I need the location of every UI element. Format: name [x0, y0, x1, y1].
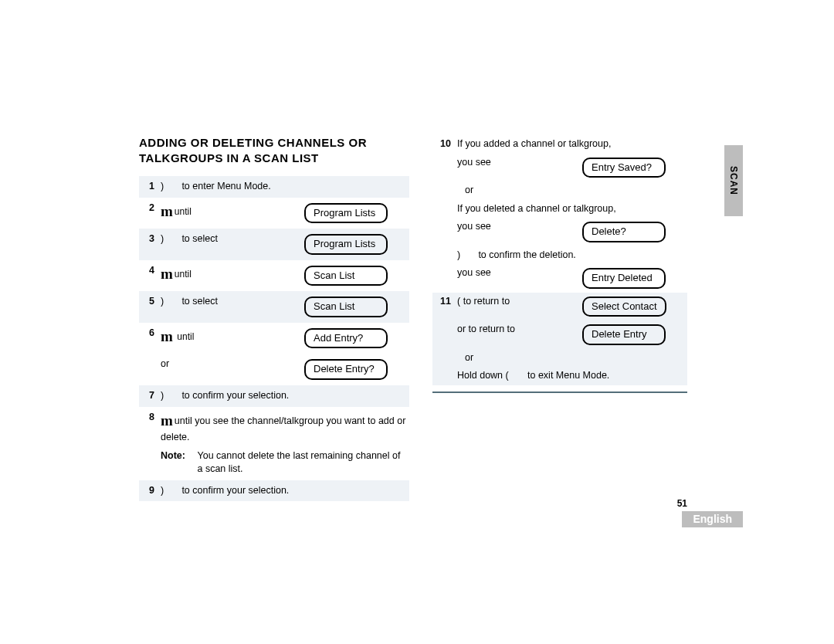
step-row: 7 ) to confirm your selection.: [139, 385, 409, 407]
step-text: ) to enter Menu Mode.: [158, 176, 409, 198]
step-row: you see Delete?: [432, 218, 687, 246]
display-pill: Add Entry?: [304, 328, 388, 349]
step-row: 3 ) to select Program Lists: [139, 229, 409, 260]
paren-icon: (: [457, 296, 460, 307]
step-number: 10: [432, 135, 454, 154]
paren-icon: ): [161, 484, 168, 498]
step-number: 3: [139, 229, 158, 260]
content-columns: ADDING OR DELETING CHANNELS OR TALKGROUP…: [139, 135, 687, 501]
step-text: muntil: [158, 198, 301, 229]
m-glyph-icon: m: [161, 327, 173, 347]
left-column: ADDING OR DELETING CHANNELS OR TALKGROUP…: [139, 135, 409, 501]
step-text: muntil you see the channel/talkgroup you…: [158, 407, 409, 480]
display-pill: Program Lists: [304, 234, 388, 255]
pill-cell: Program Lists: [301, 229, 409, 260]
step-row: 4 muntil Scan List: [139, 260, 409, 292]
step-row: 11 ( to return to Select Contact: [432, 293, 687, 321]
or-text: or: [454, 181, 579, 200]
step-row: or Delete Entry?: [139, 354, 409, 385]
pill-cell: Scan List: [301, 291, 409, 323]
m-glyph-icon: m: [161, 411, 173, 432]
display-pill: Delete Entry: [582, 324, 666, 345]
step-number: 4: [139, 260, 158, 292]
paren-icon: ): [161, 232, 168, 246]
right-column: 10 If you added a channel or talkgroup, …: [432, 135, 687, 393]
m-glyph-icon: m: [161, 264, 173, 285]
side-tab-scan: SCAN: [724, 145, 743, 216]
m-glyph-icon: m: [161, 202, 173, 222]
step-row: you see Entry Saved?: [432, 154, 687, 182]
step-text: Hold down ( to exit Menu Mode.: [454, 367, 687, 385]
step-number: 7: [139, 385, 158, 407]
step-row: or: [432, 181, 687, 200]
step-row: ) to confirm the deletion.: [432, 246, 687, 265]
display-pill: Program Lists: [304, 203, 388, 224]
side-tab-label: SCAN: [728, 166, 739, 195]
step-number: 11: [432, 293, 454, 321]
display-pill: Entry Deleted: [582, 268, 666, 289]
step-number: 5: [139, 291, 158, 323]
step-number: 8: [139, 407, 158, 480]
step-row: If you deleted a channel or talkgroup,: [432, 200, 687, 219]
pill-cell: Program Lists: [301, 198, 409, 229]
step-row: 5 ) to select Scan List: [139, 291, 409, 323]
step-text: If you deleted a channel or talkgroup,: [454, 200, 687, 219]
step-row: 10 If you added a channel or talkgroup,: [432, 135, 687, 154]
step-row: 1 ) to enter Menu Mode.: [139, 176, 409, 198]
left-steps-table: 1 ) to enter Menu Mode. 2 muntil Program…: [139, 176, 409, 501]
step-text: If you added a channel or talkgroup,: [454, 135, 687, 154]
or-text: or: [454, 349, 579, 368]
manual-page: ADDING OR DELETING CHANNELS OR TALKGROUP…: [0, 0, 834, 644]
pill-cell: Scan List: [301, 260, 409, 292]
step-text: ) to select: [158, 291, 301, 323]
step-row: 2 muntil Program Lists: [139, 198, 409, 229]
pill-cell: Delete Entry?: [301, 354, 409, 385]
language-tab: English: [682, 511, 743, 527]
section-heading: ADDING OR DELETING CHANNELS OR TALKGROUP…: [139, 135, 409, 165]
page-number: 51: [139, 498, 687, 509]
step-text: ) to confirm your selection.: [158, 385, 409, 407]
step-number: 2: [139, 198, 158, 229]
pill-cell: Add Entry?: [301, 323, 409, 354]
display-pill: Entry Saved?: [582, 158, 666, 178]
you-see: you see: [454, 154, 579, 182]
right-steps-table: 10 If you added a channel or talkgroup, …: [432, 135, 687, 385]
step-text: or to return to: [454, 320, 579, 349]
step-row: or: [432, 349, 687, 368]
step-text: ( to return to: [454, 293, 579, 321]
you-see: you see: [454, 264, 579, 293]
step-row: 6 m until Add Entry?: [139, 323, 409, 354]
display-pill: Delete Entry?: [304, 359, 388, 380]
paren-icon: ): [161, 295, 168, 309]
display-pill: Scan List: [304, 297, 388, 317]
step-number: 6: [139, 323, 158, 354]
paren-icon: ): [457, 249, 465, 263]
display-pill: Select Contact: [582, 297, 666, 317]
section-rule: [432, 391, 687, 393]
step-number: 1: [139, 176, 158, 198]
step-text: ) to select: [158, 229, 301, 260]
display-pill: Scan List: [304, 266, 388, 286]
paren-icon: ): [161, 180, 168, 194]
step-row: you see Entry Deleted: [432, 264, 687, 293]
display-pill: Delete?: [582, 222, 666, 242]
note-body: You cannot delete the last remaining cha…: [197, 449, 404, 476]
step-row: 8 muntil you see the channel/talkgroup y…: [139, 407, 409, 480]
step-text: muntil: [158, 260, 301, 292]
step-text: m until: [158, 323, 301, 354]
step-row: Hold down ( to exit Menu Mode.: [432, 367, 687, 385]
step-row: or to return to Delete Entry: [432, 320, 687, 349]
note-label: Note:: [161, 449, 195, 463]
you-see: you see: [454, 218, 579, 246]
step-text: ) to confirm the deletion.: [454, 246, 687, 265]
or-text: or: [158, 354, 301, 385]
paren-icon: ): [161, 389, 168, 403]
